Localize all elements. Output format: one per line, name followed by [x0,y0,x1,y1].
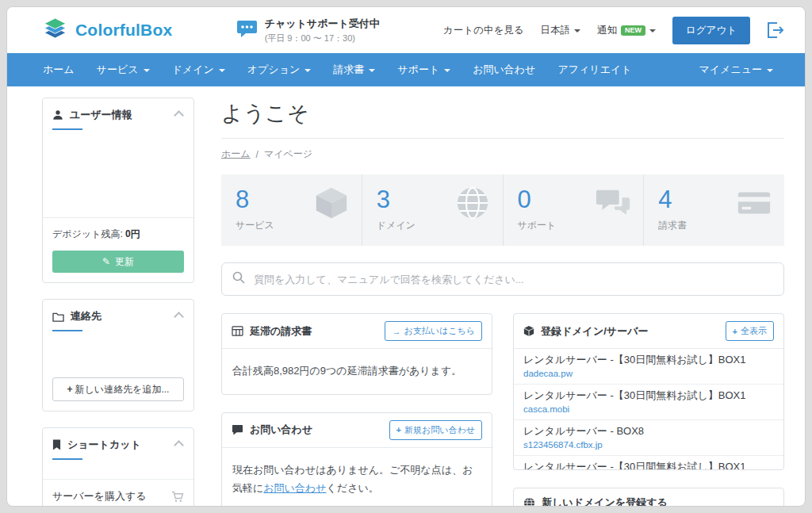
content-area: ユーザー情報 デポジット残高: 0円 ✎ 更新 [7,86,805,507]
caret-down-icon [144,69,150,72]
box-icon [523,325,534,337]
search-icon [232,271,245,287]
arrow-right-icon: → [392,327,400,336]
show-all-button[interactable]: + 全表示 [726,321,774,341]
panel-title: ショートカット [67,438,169,452]
chevron-up-icon [174,110,184,121]
search-bar [221,262,784,296]
page-title: ようこそ [221,99,784,128]
cube-icon [313,185,350,224]
shortcut-buy-server[interactable]: サーバーを購入する [43,479,193,507]
right-column: 登録ドメイン/サーバー + 全表示 レンタルサーバー -【30日間無料お試し】B… [513,313,784,507]
cart-link[interactable]: カートの中を見る [443,24,523,37]
left-column: 延滞の請求書 → お支払いはこちら 合計残高8,982円の9つの延滞請求書があり… [221,313,492,507]
nav-services[interactable]: サービス [86,53,161,86]
new-inquiry-button[interactable]: + 新規お問い合わせ [389,420,482,440]
brand-logo[interactable]: ColorfulBox [42,17,172,44]
domain-list-item[interactable]: レンタルサーバー -【30日間無料お試し】BOX1 dadecaa.pw [514,349,783,385]
shortcuts-panel: ショートカット サーバーを購入する [42,427,194,507]
domain-list-item[interactable]: レンタルサーバー -【30日間無料お試し】BOX1 [514,456,783,469]
chat-hours-text: (平日 9：00 〜 17：30) [265,33,380,44]
deposit-label: デポジット残高: [52,228,123,239]
language-label: 日本語 [541,24,571,37]
update-button[interactable]: ✎ 更新 [52,251,184,273]
window-frame: ColorfulBox チャットサポート受付中 (平日 9：00 〜 17：30… [0,0,812,513]
nav-contact[interactable]: お問い合わせ [462,53,546,86]
globe-dark-icon [523,497,535,507]
folder-icon [52,312,64,322]
caret-down-icon [444,69,450,72]
chat-bubbles-icon [595,185,631,224]
cart-icon [171,491,184,503]
caret-down-icon [574,29,580,33]
main-panel: ようこそ ホーム / マイページ 8 サービス 3 ドメイン [221,98,784,507]
user-info-header[interactable]: ユーザー情報 [43,98,193,128]
overdue-invoices-panel: 延滞の請求書 → お支払いはこちら 合計残高8,982円の9つの延滞請求書があり… [221,313,492,395]
nav-invoices[interactable]: 請求書 [322,53,386,86]
registered-domains-panel: 登録ドメイン/サーバー + 全表示 レンタルサーバー -【30日間無料お試し】B… [513,313,784,470]
bookmark-icon [52,439,61,450]
deposit-balance: デポジット残高: 0円 [43,217,193,251]
domain-list-item[interactable]: レンタルサーバー -【30日間無料お試し】BOX1 casca.mobi [514,385,783,420]
globe-icon [454,185,491,224]
panel-title-row: 登録ドメイン/サーバー [523,324,719,339]
stats-row: 8 サービス 3 ドメイン 0 サポート [221,174,784,246]
notifications-label: 通知 [597,24,617,37]
panel-title: ユーザー情報 [70,108,169,122]
chat-bubble-icon [236,19,258,41]
pay-now-button[interactable]: → お支払いはこちら [385,321,482,341]
comment-icon [232,424,243,435]
nav-my-menu[interactable]: マイメニュー [688,53,784,86]
logout-button[interactable]: ログアウト [672,17,750,44]
domain-list-item[interactable]: レンタルサーバー - BOX8 s123456874.cfbx.jp [514,420,783,456]
breadcrumb-separator: / [256,149,259,160]
inquiries-text: 現在お問い合わせはありません。ご不明な点は、お気軽にお問い合わせください。 [222,448,492,507]
notifications-dropdown[interactable]: 通知 NEW [597,24,656,37]
nav-affiliate[interactable]: アフィリエイト [546,53,642,86]
user-info-panel: ユーザー情報 デポジット残高: 0円 ✎ 更新 [42,98,194,283]
plus-icon: + [67,384,73,395]
stat-invoices[interactable]: 4 請求書 [644,174,784,246]
contacts-header[interactable]: 連絡先 [43,300,193,330]
topbar: ColorfulBox チャットサポート受付中 (平日 9：00 〜 17：30… [7,7,805,53]
page: ColorfulBox チャットサポート受付中 (平日 9：00 〜 17：30… [6,6,806,507]
chat-status-text: チャットサポート受付中 [265,17,380,31]
nav-home[interactable]: ホーム [32,53,86,86]
caret-down-icon [649,29,656,33]
contacts-body [43,331,193,377]
panel-title-row: 新しいドメインを登録する [523,496,774,507]
chevron-up-icon [174,312,184,322]
caret-down-icon [767,69,773,72]
add-contact-button[interactable]: + 新しい連絡先を追加... [52,377,184,401]
language-dropdown[interactable]: 日本語 [541,24,581,37]
nav-support[interactable]: サポート [386,53,462,86]
breadcrumb-current: マイページ [264,147,312,161]
user-icon [52,109,63,121]
topbar-actions: カートの中を見る 日本語 通知 NEW ログアウト [443,17,784,44]
credit-card-icon [736,185,772,224]
invoice-table-icon [232,326,243,336]
stat-services[interactable]: 8 サービス [221,174,362,246]
sign-out-icon[interactable] [767,22,784,38]
new-domain-panel: 新しいドメインを登録する [513,488,784,507]
new-badge: NEW [621,25,645,36]
divider [221,138,784,139]
stat-domains[interactable]: 3 ドメイン [362,174,504,246]
caret-down-icon [304,69,311,72]
breadcrumb-home-link[interactable]: ホーム [221,147,251,161]
brand-name: ColorfulBox [75,21,172,40]
inquiry-link[interactable]: お問い合わせ [263,482,326,494]
overdue-invoices-text: 合計残高8,982円の9つの延滞請求書があります。 [222,349,492,394]
panel-title-row: 延滞の請求書 [232,324,378,339]
deposit-value: 0円 [125,228,140,239]
shortcuts-header[interactable]: ショートカット [43,428,193,458]
main-nav: ホーム サービス ドメイン オプション 請求書 サポート お問い合わせ アフィリ… [7,53,805,86]
stat-support[interactable]: 0 サポート [504,174,645,246]
search-input[interactable] [252,273,773,286]
sidebar: ユーザー情報 デポジット残高: 0円 ✎ 更新 [42,98,194,507]
dashboard-columns: 延滞の請求書 → お支払いはこちら 合計残高8,982円の9つの延滞請求書があり… [221,313,784,507]
nav-domains[interactable]: ドメイン [161,53,236,86]
chevron-up-icon [174,440,184,450]
breadcrumb: ホーム / マイページ [221,147,784,161]
nav-options[interactable]: オプション [236,53,323,86]
